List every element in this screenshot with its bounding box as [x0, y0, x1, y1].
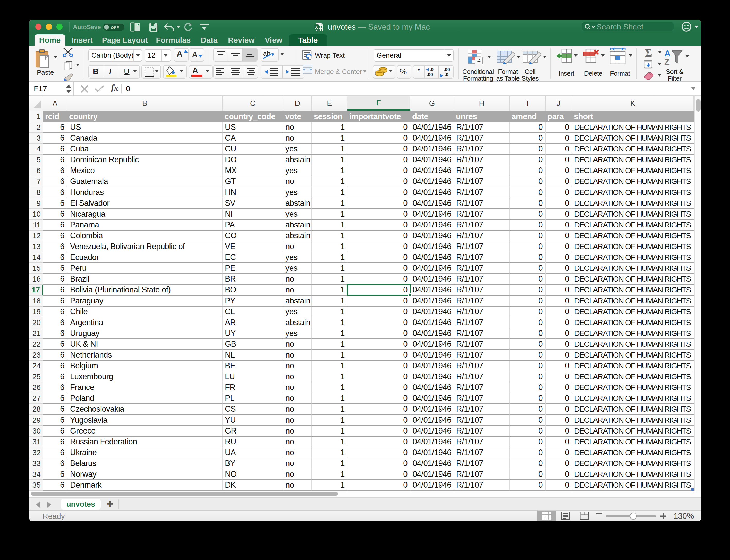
svg-text:.0: .0: [430, 67, 434, 72]
svg-text:.00: .00: [444, 67, 450, 72]
svg-text:.00: .00: [427, 72, 433, 77]
svg-text:.0: .0: [445, 72, 448, 77]
svg-text:≠: ≠: [477, 57, 480, 64]
svg-text:X: X: [315, 25, 318, 29]
